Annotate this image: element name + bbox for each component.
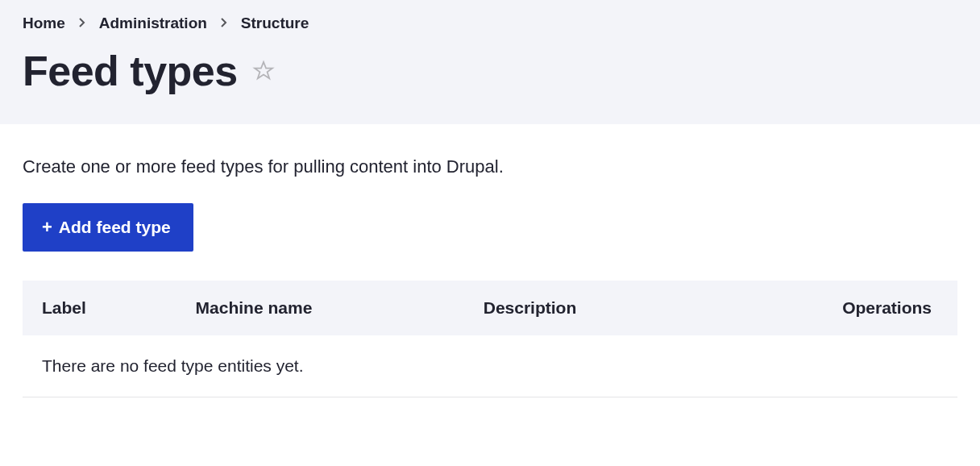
chevron-right-icon <box>220 16 228 31</box>
page-title: Feed types <box>23 47 238 95</box>
plus-icon: + <box>42 218 52 236</box>
breadcrumb-administration[interactable]: Administration <box>99 15 207 32</box>
chevron-right-icon <box>78 16 86 31</box>
breadcrumb-home[interactable]: Home <box>23 15 65 32</box>
star-icon[interactable] <box>252 60 275 82</box>
breadcrumb-structure[interactable]: Structure <box>241 15 309 32</box>
feed-types-table: Label Machine name Description Operation… <box>23 281 957 397</box>
header-region: Home Administration Structure Feed types <box>0 0 980 124</box>
add-button-label: Add feed type <box>59 218 171 237</box>
title-row: Feed types <box>23 47 957 95</box>
content-region: Create one or more feed types for pullin… <box>0 124 980 420</box>
col-operations: Operations <box>708 281 957 335</box>
intro-text: Create one or more feed types for pullin… <box>23 156 957 177</box>
table-header-row: Label Machine name Description Operation… <box>23 281 957 335</box>
add-feed-type-button[interactable]: + Add feed type <box>23 203 193 252</box>
col-description: Description <box>464 281 708 335</box>
col-machine-name: Machine name <box>176 281 464 335</box>
table-row-empty: There are no feed type entities yet. <box>23 335 957 397</box>
breadcrumb: Home Administration Structure <box>23 15 957 32</box>
col-label: Label <box>23 281 176 335</box>
empty-message: There are no feed type entities yet. <box>23 335 957 397</box>
